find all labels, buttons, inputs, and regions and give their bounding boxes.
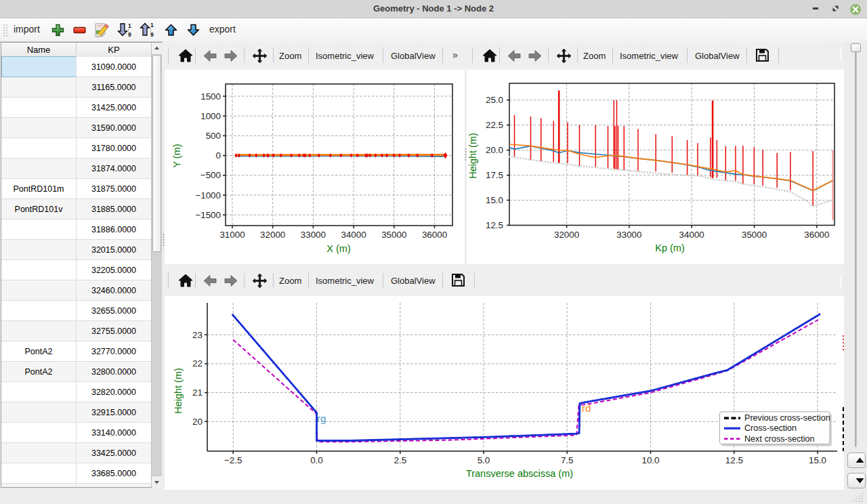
svg-text:20: 20 bbox=[192, 417, 203, 427]
svg-text:21: 21 bbox=[192, 387, 203, 398]
svg-text:15.0: 15.0 bbox=[809, 455, 826, 465]
svg-text:36000: 36000 bbox=[804, 230, 829, 240]
svg-text:34000: 34000 bbox=[679, 230, 704, 240]
svg-text:31000: 31000 bbox=[219, 230, 245, 240]
svg-text:rd: rd bbox=[582, 402, 591, 414]
svg-text:−2.5: −2.5 bbox=[224, 455, 242, 465]
svg-text:Y (m): Y (m) bbox=[171, 144, 182, 167]
svg-text:−1000: −1000 bbox=[195, 190, 221, 201]
svg-text:35000: 35000 bbox=[742, 230, 767, 240]
svg-text:20.0: 20.0 bbox=[486, 145, 503, 155]
svg-text:Kp (m): Kp (m) bbox=[655, 243, 685, 253]
svg-text:15.0: 15.0 bbox=[486, 195, 503, 205]
svg-text:10.0: 10.0 bbox=[641, 455, 659, 465]
svg-text:500: 500 bbox=[206, 131, 221, 141]
svg-text:17.5: 17.5 bbox=[486, 170, 503, 180]
svg-text:1: 1 bbox=[150, 22, 154, 28]
svg-text:35000: 35000 bbox=[381, 230, 406, 240]
svg-text:12.5: 12.5 bbox=[725, 455, 743, 465]
svg-text:Next cross-section: Next cross-section bbox=[744, 434, 815, 444]
svg-text:0: 0 bbox=[216, 150, 221, 161]
svg-text:rg: rg bbox=[317, 413, 326, 424]
svg-text:X (m): X (m) bbox=[326, 243, 350, 254]
svg-text:9: 9 bbox=[150, 31, 154, 38]
svg-text:1500: 1500 bbox=[200, 91, 221, 102]
svg-text:34000: 34000 bbox=[341, 230, 366, 240]
svg-text:23: 23 bbox=[192, 330, 203, 340]
svg-text:32000: 32000 bbox=[260, 230, 285, 240]
svg-text:5.0: 5.0 bbox=[478, 455, 490, 465]
svg-text:−1500: −1500 bbox=[195, 210, 221, 220]
svg-text:36000: 36000 bbox=[422, 230, 447, 240]
svg-text:25.0: 25.0 bbox=[486, 95, 503, 105]
svg-text:1: 1 bbox=[128, 22, 131, 29]
svg-text:33000: 33000 bbox=[301, 230, 326, 240]
svg-text:0.0: 0.0 bbox=[310, 455, 323, 465]
svg-text:Height (m): Height (m) bbox=[173, 368, 184, 414]
svg-text:12.5: 12.5 bbox=[486, 220, 503, 230]
svg-text:22: 22 bbox=[192, 358, 203, 369]
svg-text:Cross-section: Cross-section bbox=[744, 423, 797, 433]
svg-text:Transverse abscissa (m): Transverse abscissa (m) bbox=[466, 468, 573, 479]
svg-text:1000: 1000 bbox=[200, 111, 221, 121]
svg-text:32000: 32000 bbox=[554, 230, 579, 240]
svg-text:33000: 33000 bbox=[616, 230, 641, 240]
svg-text:22.5: 22.5 bbox=[486, 120, 503, 130]
svg-text:9: 9 bbox=[128, 31, 131, 38]
svg-text:Previous cross-section: Previous cross-section bbox=[744, 413, 830, 423]
svg-text:−500: −500 bbox=[200, 170, 221, 180]
svg-text:Height (m): Height (m) bbox=[467, 133, 478, 179]
svg-text:2.5: 2.5 bbox=[394, 455, 406, 465]
svg-text:7.5: 7.5 bbox=[561, 455, 574, 465]
